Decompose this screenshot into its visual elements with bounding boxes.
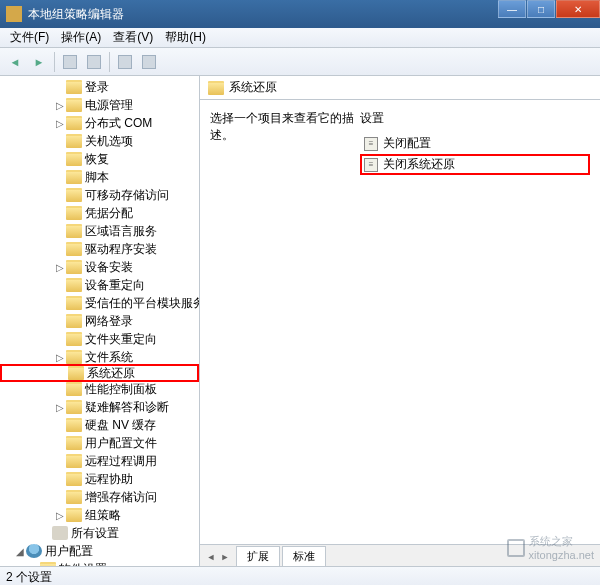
tab-standard[interactable]: 标准 <box>282 546 326 566</box>
tab-extended[interactable]: 扩展 <box>236 546 280 566</box>
tree-expander-icon[interactable]: ▷ <box>54 118 66 129</box>
toolbar-separator <box>109 52 110 72</box>
content-header: 系统还原 <box>200 76 600 100</box>
tree-item-label: 受信任的平台模块服务 <box>85 295 200 312</box>
tool-icon <box>63 55 77 69</box>
tree-expander-icon[interactable]: ▷ <box>54 510 66 521</box>
folder-icon <box>66 134 82 148</box>
folder-icon <box>66 400 82 414</box>
tree-item[interactable]: 凭据分配 <box>0 204 199 222</box>
menubar: 文件(F) 操作(A) 查看(V) 帮助(H) <box>0 28 600 48</box>
window-title: 本地组策略编辑器 <box>28 6 124 23</box>
tree-item[interactable]: ▷设备安装 <box>0 258 199 276</box>
content-pane: 系统还原 选择一个项目来查看它的描述。 设置 ≡关闭配置≡关闭系统还原 ◄ ► … <box>200 76 600 566</box>
minimize-button[interactable]: — <box>498 0 526 18</box>
tree-item-label: 设备安装 <box>85 259 133 276</box>
tab-nav: ◄ ► <box>204 552 232 566</box>
folder-icon <box>66 224 82 238</box>
tree-item[interactable]: 增强存储访问 <box>0 488 199 506</box>
folder-icon <box>66 472 82 486</box>
folder-icon <box>66 490 82 504</box>
folder-icon <box>66 242 82 256</box>
tree-item-label: 文件夹重定向 <box>85 331 157 348</box>
tree-item-label: 可移动存储访问 <box>85 187 169 204</box>
tree-expander-icon[interactable]: ▷ <box>54 402 66 413</box>
folder-icon <box>40 562 56 566</box>
main-area: 登录▷电源管理▷分布式 COM关机选项恢复脚本可移动存储访问凭据分配区域语言服务… <box>0 76 600 566</box>
folder-icon <box>66 170 82 184</box>
close-button[interactable]: ✕ <box>556 0 600 18</box>
arrow-left-icon <box>10 55 21 69</box>
tree-item-label: 关机选项 <box>85 133 133 150</box>
tree-item[interactable]: 可移动存储访问 <box>0 186 199 204</box>
tree-item-label: 用户配置 <box>45 543 93 560</box>
policy-setting-icon: ≡ <box>364 158 378 172</box>
tree-item-label: 硬盘 NV 缓存 <box>85 417 156 434</box>
policy-setting-icon: ≡ <box>364 137 378 151</box>
tree-item[interactable]: 文件夹重定向 <box>0 330 199 348</box>
tree-item-label: 脚本 <box>85 169 109 186</box>
tree-expander-icon[interactable]: ▷ <box>54 100 66 111</box>
tree-pane[interactable]: 登录▷电源管理▷分布式 COM关机选项恢复脚本可移动存储访问凭据分配区域语言服务… <box>0 76 200 566</box>
arrow-right-icon <box>34 55 45 69</box>
tree-expander-icon[interactable]: ▷ <box>54 352 66 363</box>
folder-icon <box>66 80 82 94</box>
folder-icon <box>66 332 82 346</box>
tree-item[interactable]: 所有设置 <box>0 524 199 542</box>
folder-icon <box>66 314 82 328</box>
tree-item[interactable]: ▷疑难解答和诊断 <box>0 398 199 416</box>
tree-item[interactable]: ▷分布式 COM <box>0 114 199 132</box>
app-icon <box>6 6 22 22</box>
tree-expander-icon[interactable]: ▷ <box>28 564 40 567</box>
tree-item[interactable]: 硬盘 NV 缓存 <box>0 416 199 434</box>
menu-help[interactable]: 帮助(H) <box>159 27 212 48</box>
tree-item-label: 用户配置文件 <box>85 435 157 452</box>
tool-icon <box>142 55 156 69</box>
tree-item-label: 电源管理 <box>85 97 133 114</box>
tree-item[interactable]: 设备重定向 <box>0 276 199 294</box>
tree-item[interactable]: 用户配置文件 <box>0 434 199 452</box>
tree-item[interactable]: 远程协助 <box>0 470 199 488</box>
tree-item[interactable]: 驱动程序安装 <box>0 240 199 258</box>
content-tabs: ◄ ► 扩展 标准 <box>200 544 600 566</box>
tree-item[interactable]: 登录 <box>0 78 199 96</box>
tree-expander-icon[interactable]: ◢ <box>14 546 26 557</box>
folder-icon <box>68 366 84 380</box>
menu-action[interactable]: 操作(A) <box>55 27 107 48</box>
tree-item[interactable]: ▷电源管理 <box>0 96 199 114</box>
maximize-button[interactable]: □ <box>527 0 555 18</box>
nav-back-button[interactable] <box>4 51 26 73</box>
toolbar-button-2[interactable] <box>83 51 105 73</box>
tree-item[interactable]: ◢用户配置 <box>0 542 199 560</box>
setting-item[interactable]: ≡关闭系统还原 <box>360 154 590 175</box>
nav-forward-button[interactable] <box>28 51 50 73</box>
menu-file[interactable]: 文件(F) <box>4 27 55 48</box>
tree-item[interactable]: 性能控制面板 <box>0 380 199 398</box>
tree-item[interactable]: 网络登录 <box>0 312 199 330</box>
tree-item[interactable]: 远程过程调用 <box>0 452 199 470</box>
tab-next-button[interactable]: ► <box>218 552 232 566</box>
tree-item[interactable]: 区域语言服务 <box>0 222 199 240</box>
tree-item[interactable]: ▷软件设置 <box>0 560 199 566</box>
tree-item-label: 远程过程调用 <box>85 453 157 470</box>
toolbar-button-4[interactable] <box>138 51 160 73</box>
folder-icon <box>66 296 82 310</box>
folder-icon <box>66 98 82 112</box>
setting-label: 关闭系统还原 <box>383 156 455 173</box>
toolbar-button-3[interactable] <box>114 51 136 73</box>
folder-icon <box>208 81 224 95</box>
tree-item-label: 分布式 COM <box>85 115 152 132</box>
tree-item[interactable]: 受信任的平台模块服务 <box>0 294 199 312</box>
tree-item[interactable]: ▷组策略 <box>0 506 199 524</box>
menu-view[interactable]: 查看(V) <box>107 27 159 48</box>
toolbar-button-1[interactable] <box>59 51 81 73</box>
tree-item[interactable]: 关机选项 <box>0 132 199 150</box>
tree-item-label: 组策略 <box>85 507 121 524</box>
setting-item[interactable]: ≡关闭配置 <box>360 133 590 154</box>
folder-icon <box>66 278 82 292</box>
tree-expander-icon[interactable]: ▷ <box>54 262 66 273</box>
tree-item[interactable]: 脚本 <box>0 168 199 186</box>
tree-item[interactable]: 恢复 <box>0 150 199 168</box>
tree-item-label: 远程协助 <box>85 471 133 488</box>
tab-prev-button[interactable]: ◄ <box>204 552 218 566</box>
